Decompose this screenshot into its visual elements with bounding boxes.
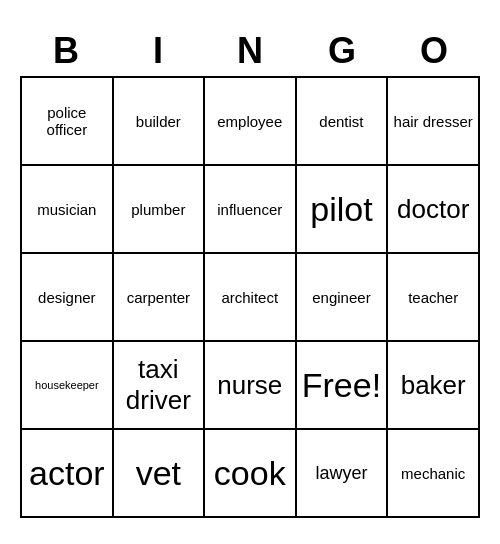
- cell-r3-c4: baker: [387, 341, 479, 429]
- cell-r2-c1: carpenter: [113, 253, 204, 341]
- cell-r0-c4: hair dresser: [387, 77, 479, 165]
- header-i: I: [112, 26, 204, 76]
- cell-r2-c4: teacher: [387, 253, 479, 341]
- cell-r4-c3: lawyer: [296, 429, 388, 517]
- cell-r4-c0: actor: [21, 429, 113, 517]
- bingo-header: B I N G O: [20, 26, 480, 76]
- cell-r2-c0: designer: [21, 253, 113, 341]
- cell-r1-c2: influencer: [204, 165, 296, 253]
- cell-r3-c3: Free!: [296, 341, 388, 429]
- cell-r3-c0: housekeeper: [21, 341, 113, 429]
- header-o: O: [388, 26, 480, 76]
- cell-r4-c1: vet: [113, 429, 204, 517]
- cell-r4-c4: mechanic: [387, 429, 479, 517]
- cell-r1-c4: doctor: [387, 165, 479, 253]
- cell-r3-c2: nurse: [204, 341, 296, 429]
- cell-r1-c1: plumber: [113, 165, 204, 253]
- cell-r0-c1: builder: [113, 77, 204, 165]
- cell-r0-c0: police officer: [21, 77, 113, 165]
- cell-r4-c2: cook: [204, 429, 296, 517]
- cell-r2-c3: engineer: [296, 253, 388, 341]
- cell-r1-c0: musician: [21, 165, 113, 253]
- cell-r0-c2: employee: [204, 77, 296, 165]
- header-b: B: [20, 26, 112, 76]
- bingo-grid: police officerbuilderemployeedentisthair…: [20, 76, 480, 518]
- cell-r1-c3: pilot: [296, 165, 388, 253]
- cell-r3-c1: taxi driver: [113, 341, 204, 429]
- header-n: N: [204, 26, 296, 76]
- cell-r0-c3: dentist: [296, 77, 388, 165]
- header-g: G: [296, 26, 388, 76]
- cell-r2-c2: architect: [204, 253, 296, 341]
